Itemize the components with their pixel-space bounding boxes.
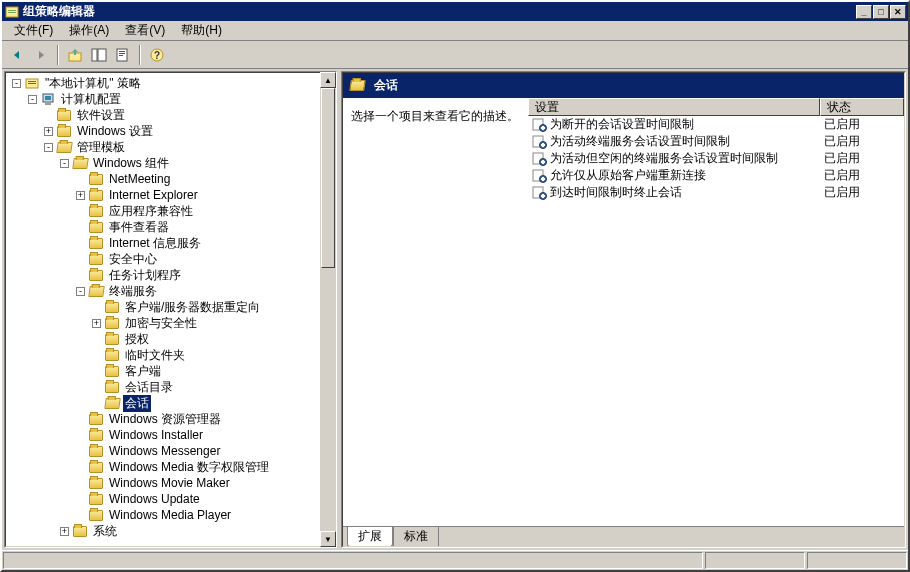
forward-button[interactable] <box>30 44 52 66</box>
tree-toggle[interactable]: + <box>76 191 85 200</box>
tree-label: 客户端/服务器数据重定向 <box>123 299 262 316</box>
minimize-button[interactable]: _ <box>856 5 872 19</box>
folder-icon <box>88 492 104 506</box>
setting-name: 到达时间限制时终止会话 <box>550 184 682 201</box>
tree-toggle[interactable]: - <box>60 159 69 168</box>
list-item[interactable]: 为活动终端服务会话设置时间限制已启用 <box>528 133 904 150</box>
status-cell-3 <box>807 552 907 569</box>
tree-item[interactable]: NetMeeting <box>8 171 333 187</box>
tree-item[interactable]: +系统 <box>8 523 333 539</box>
tree-label: 软件设置 <box>75 107 127 124</box>
details-header: 会话 <box>343 73 904 98</box>
show-hide-tree-button[interactable] <box>88 44 110 66</box>
tree-item[interactable]: Windows Update <box>8 491 333 507</box>
menu-action[interactable]: 操作(A) <box>61 20 117 41</box>
folder-open-icon <box>72 156 88 170</box>
folder-icon <box>104 348 120 362</box>
scroll-up-button[interactable]: ▲ <box>320 72 336 88</box>
setting-name: 为断开的会话设置时间限制 <box>550 116 694 133</box>
list-item[interactable]: 到达时间限制时终止会话已启用 <box>528 184 904 201</box>
setting-name: 为活动终端服务会话设置时间限制 <box>550 133 730 150</box>
tree-label: Windows Installer <box>107 428 205 442</box>
comp-icon <box>40 92 56 106</box>
tree-item[interactable]: Windows Media 数字权限管理 <box>8 459 333 475</box>
svg-rect-1 <box>8 10 16 11</box>
list-item[interactable]: 允许仅从原始客户端重新连接已启用 <box>528 167 904 184</box>
tree-item[interactable]: 客户端/服务器数据重定向 <box>8 299 333 315</box>
list-item[interactable]: 为断开的会话设置时间限制已启用 <box>528 116 904 133</box>
folder-icon <box>104 332 120 346</box>
tree-item[interactable]: Internet 信息服务 <box>8 235 333 251</box>
tree-item[interactable]: 会话目录 <box>8 379 333 395</box>
tree-label: 客户端 <box>123 363 163 380</box>
back-button[interactable] <box>6 44 28 66</box>
help-button[interactable]: ? <box>146 44 168 66</box>
tree-item[interactable]: -管理模板 <box>8 139 333 155</box>
tree-toggle[interactable]: + <box>92 319 101 328</box>
tree-label: Internet 信息服务 <box>107 235 203 252</box>
tree-toggle[interactable]: - <box>44 143 53 152</box>
list-item[interactable]: 为活动但空闲的终端服务会话设置时间限制已启用 <box>528 150 904 167</box>
tree-item[interactable]: 应用程序兼容性 <box>8 203 333 219</box>
tree-item[interactable]: 软件设置 <box>8 107 333 123</box>
setting-icon <box>532 168 547 183</box>
tree-toggle[interactable]: - <box>28 95 37 104</box>
tree-label: Windows Movie Maker <box>107 476 232 490</box>
svg-rect-37 <box>542 194 544 198</box>
folder-icon <box>88 220 104 234</box>
tree-label: 会话 <box>123 395 151 412</box>
scroll-down-button[interactable]: ▼ <box>320 531 336 547</box>
scroll-thumb[interactable] <box>321 88 335 268</box>
column-status[interactable]: 状态 <box>820 98 904 116</box>
tree-view[interactable]: -"本地计算机" 策略-计算机配置软件设置+Windows 设置-管理模板-Wi… <box>5 72 336 547</box>
tree-item[interactable]: 会话 <box>8 395 333 411</box>
tree-item[interactable]: +加密与安全性 <box>8 315 333 331</box>
tree-item[interactable]: Windows Installer <box>8 427 333 443</box>
setting-status: 已启用 <box>820 150 904 167</box>
tree-scrollbar[interactable]: ▲ ▼ <box>320 72 336 547</box>
svg-rect-7 <box>119 51 125 52</box>
tree-item[interactable]: -计算机配置 <box>8 91 333 107</box>
tree-item[interactable]: 事件查看器 <box>8 219 333 235</box>
policy-icon <box>24 76 40 90</box>
properties-button[interactable] <box>112 44 134 66</box>
maximize-button[interactable]: □ <box>873 5 889 19</box>
tab-standard[interactable]: 标准 <box>393 527 439 547</box>
tree-item[interactable]: Windows Messenger <box>8 443 333 459</box>
tree-item[interactable]: 临时文件夹 <box>8 347 333 363</box>
svg-rect-33 <box>542 177 544 181</box>
tree-item[interactable]: 授权 <box>8 331 333 347</box>
tree-item[interactable]: 任务计划程序 <box>8 267 333 283</box>
folder-icon <box>88 476 104 490</box>
app-icon <box>4 4 20 20</box>
menu-file[interactable]: 文件(F) <box>6 20 61 41</box>
setting-status: 已启用 <box>820 184 904 201</box>
tree-toggle[interactable]: + <box>60 527 69 536</box>
tree-item[interactable]: 安全中心 <box>8 251 333 267</box>
tree-item[interactable]: -"本地计算机" 策略 <box>8 75 333 91</box>
folder-icon <box>88 172 104 186</box>
menu-help[interactable]: 帮助(H) <box>173 20 230 41</box>
column-setting[interactable]: 设置 <box>528 98 820 116</box>
menu-view[interactable]: 查看(V) <box>117 20 173 41</box>
tree-item[interactable]: -Windows 组件 <box>8 155 333 171</box>
tab-extended[interactable]: 扩展 <box>347 527 393 547</box>
setting-icon <box>532 185 547 200</box>
up-button[interactable] <box>64 44 86 66</box>
content-area: -"本地计算机" 策略-计算机配置软件设置+Windows 设置-管理模板-Wi… <box>2 69 908 550</box>
tree-item[interactable]: -终端服务 <box>8 283 333 299</box>
tree-item[interactable]: Windows Movie Maker <box>8 475 333 491</box>
close-button[interactable]: ✕ <box>890 5 906 19</box>
tree-item[interactable]: +Internet Explorer <box>8 187 333 203</box>
tree-toggle[interactable]: - <box>76 287 85 296</box>
tree-item[interactable]: Windows Media Player <box>8 507 333 523</box>
tree-label: Windows 组件 <box>91 155 171 172</box>
tree-label: 事件查看器 <box>107 219 171 236</box>
tree-item[interactable]: 客户端 <box>8 363 333 379</box>
tree-item[interactable]: +Windows 设置 <box>8 123 333 139</box>
tree-toggle[interactable]: - <box>12 79 21 88</box>
folder-icon <box>88 428 104 442</box>
tree-item[interactable]: Windows 资源管理器 <box>8 411 333 427</box>
tree-toggle[interactable]: + <box>44 127 53 136</box>
titlebar[interactable]: 组策略编辑器 _ □ ✕ <box>2 2 908 21</box>
